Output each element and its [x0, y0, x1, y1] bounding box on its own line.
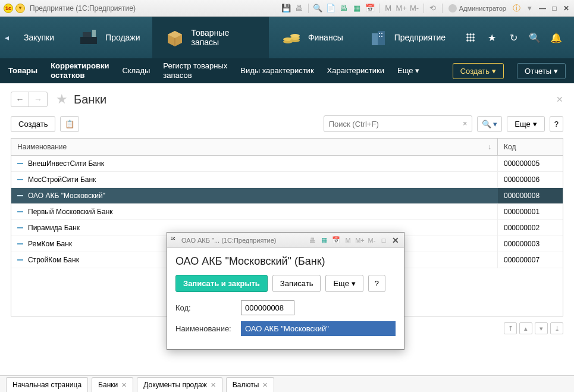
dialog-m-icon[interactable]: M: [343, 236, 353, 245]
chevron-down-icon: ▾: [492, 67, 496, 76]
document-icon[interactable]: 📄: [325, 3, 336, 14]
section-sales[interactable]: Продажи: [66, 17, 152, 58]
tab[interactable]: Валюты✕: [226, 377, 275, 392]
subnav-goods[interactable]: Товары: [8, 66, 37, 76]
m-minus-icon[interactable]: M-: [409, 3, 420, 14]
section-inventory[interactable]: Товарные запасы: [152, 17, 269, 58]
section-purchases[interactable]: Закупки: [12, 17, 66, 58]
save-icon[interactable]: 💾: [281, 3, 291, 14]
dialog-calc-icon[interactable]: ▦: [319, 236, 329, 245]
m-icon[interactable]: M: [383, 3, 394, 14]
row-name: РемКом Банк: [28, 240, 72, 248]
print2-icon[interactable]: 🖶: [338, 3, 349, 14]
table-row[interactable]: ОАО АКБ "Московский"000000008: [11, 188, 563, 204]
subnav-warehouses[interactable]: Склады: [122, 66, 150, 76]
scroll-bottom-icon[interactable]: ⤓: [550, 322, 563, 334]
info-icon[interactable]: ⓘ: [511, 3, 522, 14]
name-input[interactable]: ОАО АКБ "Московский": [241, 321, 396, 336]
save-button[interactable]: Записать: [272, 275, 321, 292]
search-button[interactable]: 🔍 ▾: [477, 116, 503, 132]
tab-close-icon[interactable]: ✕: [211, 381, 216, 389]
section-enterprise[interactable]: Предприятие: [355, 17, 457, 58]
tab[interactable]: Банки✕: [92, 377, 133, 392]
dialog-help-button[interactable]: ?: [368, 275, 385, 292]
maximize-button[interactable]: □: [550, 4, 559, 12]
tab[interactable]: Документы продаж✕: [137, 377, 222, 392]
subnav-more[interactable]: Еще ▾: [397, 66, 419, 76]
save-and-close-button[interactable]: Записать и закрыть: [175, 275, 268, 292]
m-plus-icon[interactable]: M+: [396, 3, 407, 14]
favorite-star-icon[interactable]: ★: [56, 92, 68, 107]
current-user[interactable]: Администратор: [446, 4, 509, 12]
close-button[interactable]: ✕: [562, 4, 570, 12]
row-marker-icon: [17, 259, 23, 261]
tab-label: Валюты: [233, 381, 259, 389]
scroll-top-icon[interactable]: ⤒: [504, 322, 517, 334]
subnav-register[interactable]: Регистр товарных запасов: [163, 61, 227, 80]
tab-close-icon[interactable]: ✕: [262, 381, 268, 389]
table-row[interactable]: Первый Московский Банк000000001: [11, 204, 563, 220]
window-controls: — □ ✕: [538, 4, 570, 12]
sort-indicator-icon: ↓: [488, 143, 491, 151]
column-name[interactable]: Наименование↓: [11, 139, 497, 155]
nav-prev[interactable]: ◂: [5, 33, 12, 42]
minimize-button[interactable]: —: [538, 4, 547, 12]
dialog-maximize-icon[interactable]: □: [379, 236, 388, 245]
page-title: Банки: [74, 93, 106, 106]
scroll-up-icon[interactable]: ▴: [519, 322, 532, 334]
dialog-toolbar: Записать и закрыть Записать Еще ▾ ?: [175, 275, 396, 292]
dropdown-icon[interactable]: ▾: [524, 3, 535, 14]
code-input[interactable]: [241, 300, 294, 315]
create-button[interactable]: Создать: [11, 116, 55, 132]
subnav-corrections[interactable]: Корректировки остатков: [51, 61, 109, 80]
subnav-reports-button[interactable]: Отчеты ▾: [517, 63, 566, 79]
history-nav: ← →: [11, 92, 48, 107]
tab[interactable]: Начальная страница: [6, 377, 88, 392]
calc-icon[interactable]: ▦: [352, 3, 362, 14]
row-code: 000000005: [497, 156, 563, 171]
dialog-mminus-icon[interactable]: M-: [367, 236, 377, 245]
dialog-calendar-icon[interactable]: 📅: [331, 236, 341, 245]
dialog-print-icon[interactable]: 🖶: [308, 236, 317, 245]
svg-rect-11: [372, 33, 378, 45]
copy-button[interactable]: 📋: [60, 116, 79, 132]
clear-search-icon[interactable]: ×: [459, 120, 472, 128]
search-icon[interactable]: 🔍: [529, 32, 541, 43]
tab-label: Начальная страница: [12, 381, 81, 389]
row-code: 000000002: [497, 220, 563, 236]
page-close-icon[interactable]: ✕: [556, 95, 563, 104]
apps-icon[interactable]: [465, 32, 476, 43]
subnav-characteristics[interactable]: Характеристики: [327, 66, 384, 76]
section-label: Продажи: [105, 33, 140, 42]
back-button[interactable]: ←: [11, 92, 29, 106]
table-row[interactable]: МосСтройСити Банк000000006: [11, 172, 563, 188]
dialog-mplus-icon[interactable]: M+: [355, 236, 365, 245]
bell-icon[interactable]: 🔔: [550, 32, 562, 43]
window-title: Предприятие (1С:Предприятие): [30, 4, 136, 12]
dialog-titlebar[interactable]: 1c ОАО АКБ "... (1С:Предприятие) 🖶 ▦ 📅 M…: [167, 233, 404, 248]
help-button[interactable]: ?: [550, 116, 563, 132]
subnav-char-types[interactable]: Виды характеристик: [240, 66, 313, 76]
dialog-more-button[interactable]: Еще ▾: [325, 275, 363, 292]
subnav-create-button[interactable]: Создать ▾: [453, 63, 504, 79]
calendar-icon[interactable]: 📅: [365, 3, 375, 14]
section-finance[interactable]: Финансы: [269, 17, 355, 58]
back-icon[interactable]: ⟲: [428, 3, 438, 14]
table-row[interactable]: ВнешИнвестСити Банк000000005: [11, 156, 563, 172]
history-icon[interactable]: ↻: [507, 32, 519, 43]
preview-icon[interactable]: 🔍: [312, 3, 323, 14]
tab-label: Документы продаж: [143, 381, 206, 389]
star-icon[interactable]: ★: [486, 32, 498, 43]
more-button[interactable]: Еще ▾: [507, 116, 544, 132]
print-icon[interactable]: 🖶: [294, 3, 305, 14]
svg-point-22: [472, 36, 475, 39]
scroll-down-icon[interactable]: ▾: [535, 322, 548, 334]
svg-point-18: [469, 33, 472, 36]
column-code[interactable]: Код: [497, 139, 563, 155]
app-menu-dropdown[interactable]: ▼: [15, 4, 25, 13]
search-input[interactable]: [324, 120, 459, 128]
svg-rect-0: [80, 37, 97, 44]
tab-close-icon[interactable]: ✕: [121, 381, 127, 389]
forward-button[interactable]: →: [29, 92, 47, 106]
dialog-close-icon[interactable]: ✕: [391, 236, 400, 245]
